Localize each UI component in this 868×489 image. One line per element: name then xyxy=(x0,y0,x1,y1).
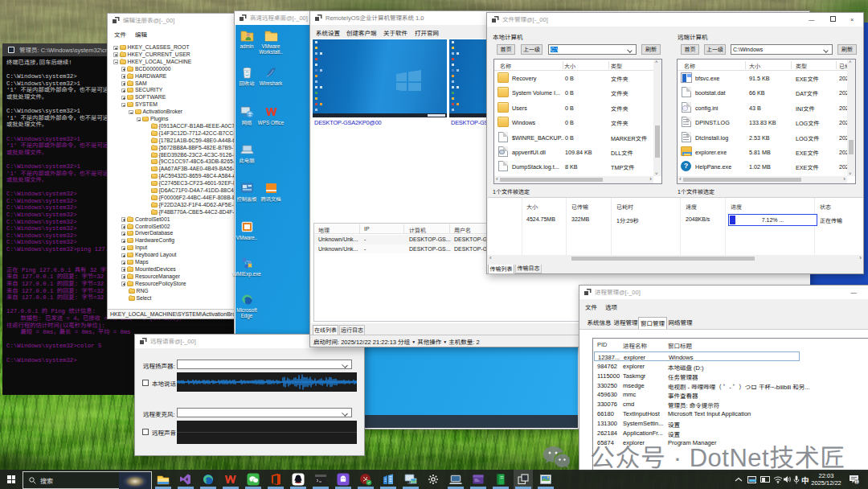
svg-text:1: 1 xyxy=(856,479,858,484)
